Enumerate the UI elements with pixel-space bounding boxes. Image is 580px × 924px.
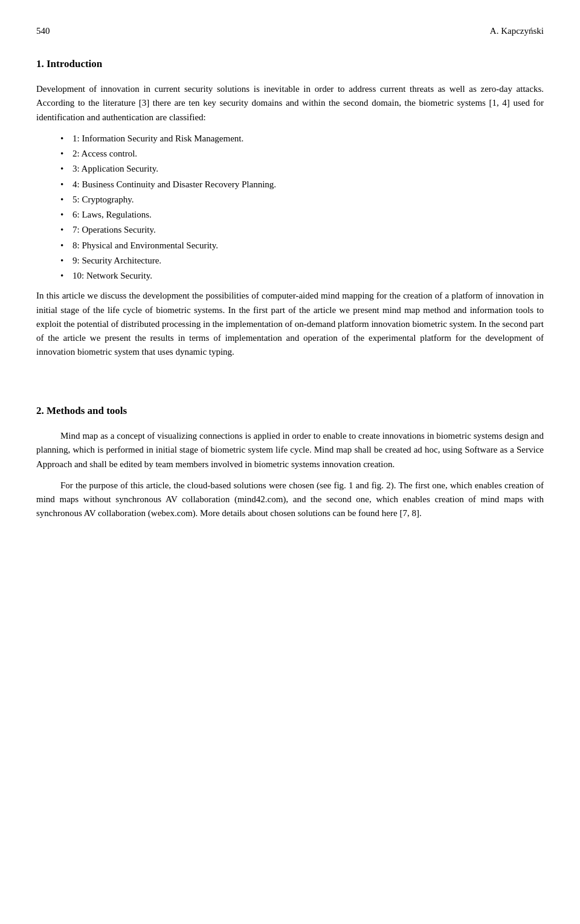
- section-1-title: 1. Introduction: [36, 56, 544, 72]
- list-item: 5: Cryptography.: [60, 193, 544, 207]
- section-methods: 2. Methods and tools Mind map as a conce…: [36, 403, 544, 521]
- section-2-title: 2. Methods and tools: [36, 403, 544, 419]
- security-domains-list: 1: Information Security and Risk Managem…: [60, 132, 544, 283]
- list-item: 1: Information Security and Risk Managem…: [60, 132, 544, 146]
- list-item: 3: Application Security.: [60, 162, 544, 176]
- list-item: 8: Physical and Environmental Security.: [60, 239, 544, 253]
- page-header: 540 A. Kapczyński: [36, 24, 544, 38]
- section-introduction: 1. Introduction Development of innovatio…: [36, 56, 544, 360]
- list-item: 10: Network Security.: [60, 269, 544, 283]
- intro-paragraph-1: Development of innovation in current sec…: [36, 82, 544, 124]
- list-item: 6: Laws, Regulations.: [60, 208, 544, 222]
- methods-paragraph-1: Mind map as a concept of visualizing con…: [36, 429, 544, 471]
- list-item: 7: Operations Security.: [60, 223, 544, 237]
- list-item: 9: Security Architecture.: [60, 254, 544, 268]
- section-spacer: [36, 367, 544, 397]
- list-item: 2: Access control.: [60, 147, 544, 161]
- author-name: A. Kapczyński: [490, 24, 544, 38]
- page-number: 540: [36, 24, 50, 38]
- intro-paragraph-2: In this article we discuss the developme…: [36, 289, 544, 359]
- methods-paragraph-2: For the purpose of this article, the clo…: [36, 479, 544, 521]
- list-item: 4: Business Continuity and Disaster Reco…: [60, 178, 544, 192]
